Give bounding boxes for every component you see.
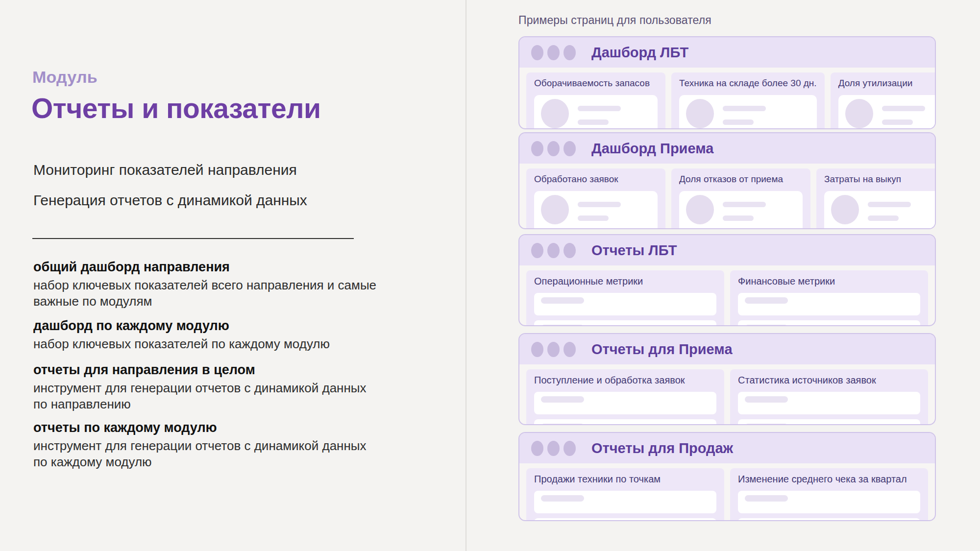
feature-heading: отчеты по каждому модулю (33, 420, 382, 435)
text-lines-placeholder (723, 106, 766, 125)
window-dot-icon (547, 441, 560, 456)
text-line-placeholder (578, 120, 609, 125)
avatar-placeholder (831, 195, 859, 224)
avatar-placeholder (845, 99, 873, 128)
report-row-placeholder (738, 293, 920, 315)
avatar-placeholder (541, 99, 569, 128)
module-eyebrow: Модуль (32, 68, 98, 87)
metric-tile: Затраты на выкуп (816, 168, 936, 229)
text-line-placeholder (541, 424, 584, 425)
window-body: Поступление и обработка заявок Статистик… (519, 364, 935, 425)
report-row-placeholder (534, 518, 716, 521)
feature-heading: общий дашборд направления (33, 260, 382, 275)
text-line-placeholder (868, 216, 899, 221)
window-header: Дашборд ЛБТ (519, 37, 935, 68)
text-line-placeholder (541, 325, 584, 326)
report-row-placeholder (534, 419, 716, 425)
window-dot-icon (531, 45, 543, 60)
window-dot-icon (564, 141, 576, 156)
metric-card-placeholder (534, 95, 658, 129)
report-tile: Статистика источников заявок (730, 369, 928, 425)
window-dot-icon (547, 141, 560, 156)
metric-card-placeholder (534, 191, 658, 229)
slide-divider (466, 0, 466, 551)
metric-tile-title: Техника на складе более 30 дн. (679, 77, 817, 89)
window-dot-icon (531, 342, 543, 357)
text-line-placeholder (541, 495, 584, 502)
text-lines-placeholder (723, 202, 766, 221)
text-line-placeholder (541, 297, 584, 304)
metric-tile: Доля отказов от приема (671, 168, 810, 229)
metric-tile-title: Оборачиваемость запасов (534, 77, 658, 89)
horizontal-rule (32, 238, 354, 239)
report-tile: Изменение среднего чека за квартал (730, 468, 928, 521)
window-body: Операционные метрики Финансовые метрики (519, 265, 935, 326)
text-line-placeholder (541, 396, 584, 403)
feature-body: набор ключевых показателей по каждому мо… (33, 336, 382, 352)
metric-tile: Техника на складе более 30 дн. (671, 72, 825, 129)
text-line-placeholder (723, 106, 766, 111)
window-header: Отчеты ЛБТ (519, 235, 935, 265)
report-row-placeholder (534, 293, 716, 315)
metric-card-placeholder (838, 95, 936, 129)
report-row-placeholder (738, 491, 920, 513)
avatar-placeholder (686, 195, 714, 224)
text-line-placeholder (745, 424, 788, 425)
text-lines-placeholder (578, 202, 621, 221)
text-line-placeholder (745, 297, 788, 304)
feature-body: инструмент для генерации отчетов с динам… (33, 380, 382, 412)
report-tile-title: Финансовые метрики (738, 275, 920, 287)
window-title: Отчеты ЛБТ (591, 242, 677, 259)
window-dot-icon (564, 342, 576, 357)
text-line-placeholder (882, 120, 913, 125)
text-line-placeholder (578, 106, 621, 111)
report-row-placeholder (534, 320, 716, 326)
page-title: Отчеты и показатели (31, 92, 320, 124)
metric-tile-title: Обработано заявок (534, 173, 658, 185)
module-subtitle-line: Генерация отчетов с динамикой данных (33, 192, 307, 209)
metric-tile-title: Доля утилизации (838, 77, 936, 89)
avatar-placeholder (686, 99, 714, 128)
metric-tile: Доля утилизации (831, 72, 936, 129)
feature-heading: отчеты для направления в целом (33, 362, 382, 378)
module-description-panel: Модуль Отчеты и показатели Мониторинг по… (31, 0, 404, 551)
report-row-placeholder (738, 419, 920, 425)
report-row-placeholder (738, 320, 920, 326)
feature-heading: дашборд по каждому модулю (33, 318, 382, 334)
report-row-placeholder (738, 392, 920, 414)
report-tile-title: Изменение среднего чека за квартал (738, 473, 920, 485)
text-line-placeholder (745, 396, 788, 403)
window-dot-icon (547, 243, 560, 258)
window-body: Оборачиваемость запасов Техника на склад… (519, 68, 935, 129)
window-dot-icon (564, 243, 576, 258)
window-dot-icon (564, 441, 576, 456)
report-tile-title: Поступление и обработка заявок (534, 374, 716, 386)
report-tile-title: Продажи техники по точкам (534, 473, 716, 485)
text-lines-placeholder (882, 106, 925, 125)
metric-tile: Обработано заявок (526, 168, 665, 229)
mock-window-dashboard-priema: Дашборд Приема Обработано заявок Доля от… (518, 132, 936, 229)
metric-tile: Оборачиваемость запасов (526, 72, 665, 129)
window-dot-icon (531, 441, 543, 456)
window-dot-icon (564, 45, 576, 60)
text-line-placeholder (578, 202, 621, 207)
window-title: Дашборд Приема (591, 141, 713, 157)
avatar-placeholder (541, 195, 569, 224)
mock-window-reports-prodazh: Отчеты для Продаж Продажи техники по точ… (518, 432, 936, 521)
text-lines-placeholder (868, 202, 911, 221)
report-tile: Финансовые метрики (730, 270, 928, 326)
report-tile-title: Статистика источников заявок (738, 374, 920, 386)
mock-window-dashboard-lbt: Дашборд ЛБТ Оборачиваемость запасов Техн… (518, 36, 936, 129)
module-subtitle-line: Мониторинг показателей направления (33, 162, 297, 178)
window-dot-icon (547, 45, 560, 60)
text-line-placeholder (745, 325, 788, 326)
feature-body: инструмент для генерации отчетов с динам… (33, 438, 382, 470)
text-line-placeholder (723, 216, 754, 221)
window-title: Отчеты для Продаж (591, 440, 733, 456)
metric-card-placeholder (824, 191, 936, 229)
metric-card-placeholder (679, 95, 817, 129)
text-line-placeholder (578, 216, 609, 221)
feature-body: набор ключевых показателей всего направл… (33, 277, 382, 310)
mock-window-reports-priema: Отчеты для Приема Поступление и обработк… (518, 333, 936, 425)
text-line-placeholder (745, 495, 788, 502)
